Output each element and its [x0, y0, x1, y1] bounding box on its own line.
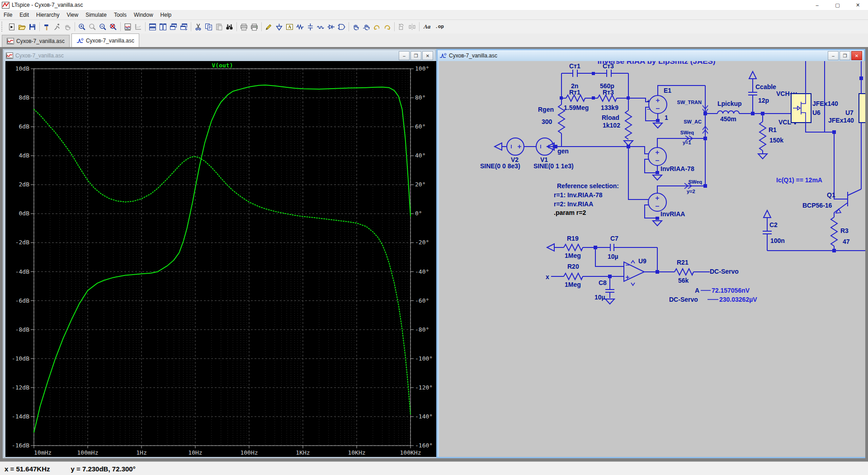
rt3-value[interactable]: 133k9	[601, 104, 618, 111]
v1-value[interactable]: SINE(0 1 1e3)	[533, 162, 574, 170]
invriaa-label[interactable]: InvRIAA	[660, 210, 685, 218]
rt1-value[interactable]: 1.59Meg	[564, 104, 589, 111]
undo-icon[interactable]	[372, 22, 382, 32]
rload-value[interactable]: 1k102	[603, 122, 620, 129]
q1-stage[interactable]: Q1 BCP56-16 R3 47 C2 100n Ic(Q1) == 12mA	[763, 132, 865, 252]
ground-icon[interactable]	[274, 22, 284, 32]
gen-net-label[interactable]: gen	[557, 147, 569, 155]
x-net-label[interactable]: x	[546, 273, 549, 280]
v2-value[interactable]: SINE(0 0 8e3)	[480, 162, 520, 170]
plot-close-button[interactable]: ✕	[422, 51, 433, 60]
rt1-label[interactable]: Rт1	[569, 89, 580, 96]
tab-waveform[interactable]: Сухов-7_vanilla.asc	[2, 35, 70, 47]
param-directive[interactable]: .param r=2	[554, 209, 586, 216]
generator-sources[interactable]: gen V2 SINE(0 0 8e3) V1 SINE(0 1 1e3)	[480, 138, 630, 170]
inductor-icon[interactable]	[316, 22, 326, 32]
sweq2-cond[interactable]: y=2	[687, 189, 695, 194]
dc-servo[interactable]: R19 1Meg C7 10µ R20 1Meg x C8 10µ U9 R21…	[546, 235, 739, 304]
q1-label[interactable]: Q1	[827, 191, 835, 199]
q1-type-label[interactable]: BCP56-16	[802, 202, 832, 209]
menu-view[interactable]: View	[63, 10, 82, 19]
r19-value[interactable]: 1Meg	[565, 252, 581, 259]
schematic-close-button[interactable]: ✕	[851, 51, 862, 60]
print-preview-icon[interactable]	[239, 22, 249, 32]
u7-label[interactable]: U7	[845, 109, 854, 116]
r21-value[interactable]: 56k	[678, 277, 689, 284]
spice-directive-icon[interactable]: .op	[433, 22, 446, 32]
label-icon[interactable]: A	[285, 22, 294, 32]
ref-r1[interactable]: r=1: Inv.RIAA-78	[554, 191, 603, 199]
c7-label[interactable]: C7	[610, 235, 618, 242]
sw-tran-label[interactable]: SW_TRAN	[677, 100, 702, 105]
ct1-label[interactable]: Cт1	[569, 62, 580, 70]
dcservo-net-label[interactable]: DC-Servo	[710, 268, 739, 275]
schematic-window[interactable]: Сухов-7_vanilla.asc – ❐ ✕ Inverse RIAA b…	[436, 49, 865, 458]
move-icon[interactable]	[351, 22, 361, 32]
schematic-canvas[interactable]: Inverse RIAA by LipShitz (JAES)	[439, 61, 865, 457]
invriaa78-source[interactable]: SWeq y=1 InvRIAA-78	[628, 130, 705, 180]
menu-file[interactable]: File	[0, 10, 16, 19]
app-minimize-button[interactable]: –	[807, 0, 827, 10]
menu-window[interactable]: Window	[130, 10, 157, 19]
schematic-header-comment[interactable]: Inverse RIAA by LipShitz (JAES)	[597, 61, 715, 66]
ct3-label[interactable]: Cт3	[603, 62, 614, 70]
c7-value[interactable]: 10µ	[608, 253, 618, 260]
rgen-label[interactable]: Rgen	[538, 106, 554, 113]
schematic-window-titlebar[interactable]: Сухов-7_vanilla.asc – ❐ ✕	[438, 50, 864, 61]
app-maximize-button[interactable]: ▢	[827, 0, 848, 10]
copy-icon[interactable]	[204, 22, 213, 32]
u6-label[interactable]: U6	[812, 109, 821, 116]
rotate-icon[interactable]	[397, 22, 406, 32]
app-titlebar[interactable]: LTspice - Сухов-7_vanilla.asc – ▢ ✕	[0, 0, 868, 10]
r1-label[interactable]: R1	[769, 126, 777, 133]
schematic-restore-button[interactable]: ❐	[840, 51, 850, 60]
menu-edit[interactable]: Edit	[16, 10, 33, 19]
lpickup-value[interactable]: 450m	[720, 115, 736, 123]
control-panel-icon[interactable]	[42, 22, 52, 32]
plot-window[interactable]: Сухов-7_vanilla.asc – ❐ ✕ V(out) 10dB8dB…	[3, 49, 436, 458]
invriaa-source[interactable]: SWeq y=2 InvRIAA	[628, 147, 705, 226]
cut-icon[interactable]	[193, 22, 203, 32]
zoom-in-icon[interactable]	[77, 22, 87, 32]
rgen-value[interactable]: 300	[542, 118, 552, 125]
trace-title[interactable]: V(out)	[212, 62, 233, 69]
tile-vertical-icon[interactable]	[158, 22, 168, 32]
c8-value[interactable]: 10µ	[594, 294, 605, 301]
autorange-y-icon[interactable]	[123, 22, 132, 32]
menu-simulate[interactable]: Simulate	[82, 10, 110, 19]
save-icon[interactable]	[28, 22, 37, 32]
run-icon[interactable]	[52, 22, 62, 32]
tile-horizontal-icon[interactable]	[148, 22, 157, 32]
riaa-network[interactable]: Cт1 2n Rт1 1.59Meg Cт3 560p Rт3 133k9 Rg…	[538, 62, 633, 147]
rload-label[interactable]: Rload	[602, 114, 619, 121]
sweq1-label[interactable]: SWeq	[680, 130, 694, 135]
r21-label[interactable]: R21	[677, 259, 689, 266]
u6-type-label[interactable]: JFEx140	[812, 100, 838, 107]
e1-value[interactable]: 1	[665, 114, 668, 121]
zoom-back-icon[interactable]	[88, 22, 97, 32]
wire-icon[interactable]	[264, 22, 274, 32]
menu-hierarchy[interactable]: Hierarchy	[33, 10, 63, 19]
menu-tools[interactable]: Tools	[110, 10, 130, 19]
tab-schematic[interactable]: Сухов-7_vanilla.asc	[71, 33, 139, 47]
c8-label[interactable]: C8	[599, 279, 607, 286]
sweq2-label[interactable]: SWeq	[689, 179, 702, 185]
ref-r2[interactable]: r=2: Inv.RIAA	[554, 200, 593, 208]
c2-value[interactable]: 100n	[770, 237, 785, 244]
r3-label[interactable]: R3	[840, 227, 849, 234]
r1-value[interactable]: 150k	[769, 137, 783, 144]
find-icon[interactable]	[225, 22, 234, 32]
resistor-icon[interactable]	[295, 22, 305, 32]
zoom-fit-icon[interactable]	[108, 22, 118, 32]
ccable-value[interactable]: 12p	[758, 97, 769, 104]
r19-label[interactable]: R19	[567, 235, 579, 242]
r20-value[interactable]: 1Meg	[565, 281, 581, 288]
menu-help[interactable]: Help	[157, 10, 175, 19]
reference-comment[interactable]: Reference selection: r=1: Inv.RIAA-78 r=…	[554, 182, 619, 216]
ref-title[interactable]: Reference selection:	[557, 182, 619, 190]
ccable-label[interactable]: Ccable	[755, 83, 776, 90]
waveform-plot-canvas[interactable]: V(out) 10dB8dB6dB4dB2dB0dB-2dB-4dB-6dB-8…	[5, 61, 436, 457]
plot-settings-icon[interactable]	[133, 22, 143, 32]
u7-type-label[interactable]: JFEx140	[828, 117, 854, 124]
jfet-modules[interactable]: JFEx140 U6 U7 JFEx140	[791, 61, 865, 189]
